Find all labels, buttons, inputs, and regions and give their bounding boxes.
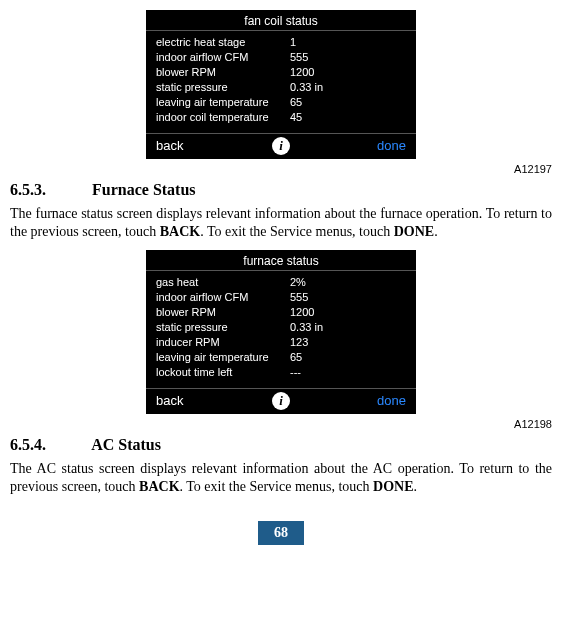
status-rows: gas heat2% indoor airflow CFM555 blower … xyxy=(146,271,416,388)
row-label: leaving air temperature xyxy=(156,95,286,110)
figure-caption: A12198 xyxy=(10,418,552,430)
row-label: leaving air temperature xyxy=(156,350,286,365)
row-label: inducer RPM xyxy=(156,335,286,350)
row-label: lockout time left xyxy=(156,365,286,380)
furnace-screen: furnace status gas heat2% indoor airflow… xyxy=(146,250,416,414)
row-value: 65 xyxy=(286,350,406,365)
status-row: indoor airflow CFM555 xyxy=(156,290,406,305)
section-paragraph: The AC status screen displays relevant i… xyxy=(10,460,552,495)
section-number: 6.5.3. xyxy=(10,181,88,199)
status-row: blower RPM1200 xyxy=(156,305,406,320)
row-value: 1200 xyxy=(286,65,406,80)
row-value: 45 xyxy=(286,110,406,125)
figure-furnace: furnace status gas heat2% indoor airflow… xyxy=(10,250,552,414)
status-row: inducer RPM123 xyxy=(156,335,406,350)
status-row: leaving air temperature65 xyxy=(156,95,406,110)
status-row: lockout time left--- xyxy=(156,365,406,380)
row-value: 2% xyxy=(286,275,406,290)
done-button[interactable]: done xyxy=(377,393,406,408)
fan-coil-screen: fan coil status electric heat stage1 ind… xyxy=(146,10,416,159)
row-label: indoor airflow CFM xyxy=(156,290,286,305)
status-row: indoor airflow CFM555 xyxy=(156,50,406,65)
row-label: blower RPM xyxy=(156,65,286,80)
back-button[interactable]: back xyxy=(156,393,183,408)
row-value: 555 xyxy=(286,290,406,305)
status-rows: electric heat stage1 indoor airflow CFM5… xyxy=(146,31,416,133)
section-number: 6.5.4. xyxy=(10,436,88,454)
done-button[interactable]: done xyxy=(377,138,406,153)
page-number: 68 xyxy=(258,521,304,545)
status-row: gas heat2% xyxy=(156,275,406,290)
row-value: 1200 xyxy=(286,305,406,320)
row-value: 65 xyxy=(286,95,406,110)
row-label: gas heat xyxy=(156,275,286,290)
back-button[interactable]: back xyxy=(156,138,183,153)
page-number-wrap: 68 xyxy=(10,521,552,545)
row-value: 0.33 in xyxy=(286,80,406,95)
row-label: indoor coil temperature xyxy=(156,110,286,125)
section-paragraph: The furnace status screen displays relev… xyxy=(10,205,552,240)
screen-title: fan coil status xyxy=(146,10,416,30)
figure-caption: A12197 xyxy=(10,163,552,175)
figure-fan-coil: fan coil status electric heat stage1 ind… xyxy=(10,10,552,159)
status-row: indoor coil temperature45 xyxy=(156,110,406,125)
row-value: 123 xyxy=(286,335,406,350)
row-label: electric heat stage xyxy=(156,35,286,50)
row-label: static pressure xyxy=(156,320,286,335)
status-row: static pressure0.33 in xyxy=(156,80,406,95)
status-row: static pressure0.33 in xyxy=(156,320,406,335)
section-title: Furnace Status xyxy=(92,181,196,198)
section-heading-furnace: 6.5.3. Furnace Status xyxy=(10,181,552,199)
row-value: --- xyxy=(286,365,406,380)
row-value: 0.33 in xyxy=(286,320,406,335)
status-row: leaving air temperature65 xyxy=(156,350,406,365)
bottom-bar: back i done xyxy=(146,389,416,414)
row-value: 555 xyxy=(286,50,406,65)
status-row: blower RPM1200 xyxy=(156,65,406,80)
bottom-bar: back i done xyxy=(146,134,416,159)
row-value: 1 xyxy=(286,35,406,50)
info-icon[interactable]: i xyxy=(272,137,290,155)
section-heading-ac: 6.5.4. AC Status xyxy=(10,436,552,454)
row-label: blower RPM xyxy=(156,305,286,320)
screen-title: furnace status xyxy=(146,250,416,270)
status-row: electric heat stage1 xyxy=(156,35,406,50)
info-icon[interactable]: i xyxy=(272,392,290,410)
section-title: AC Status xyxy=(91,436,161,453)
row-label: static pressure xyxy=(156,80,286,95)
row-label: indoor airflow CFM xyxy=(156,50,286,65)
